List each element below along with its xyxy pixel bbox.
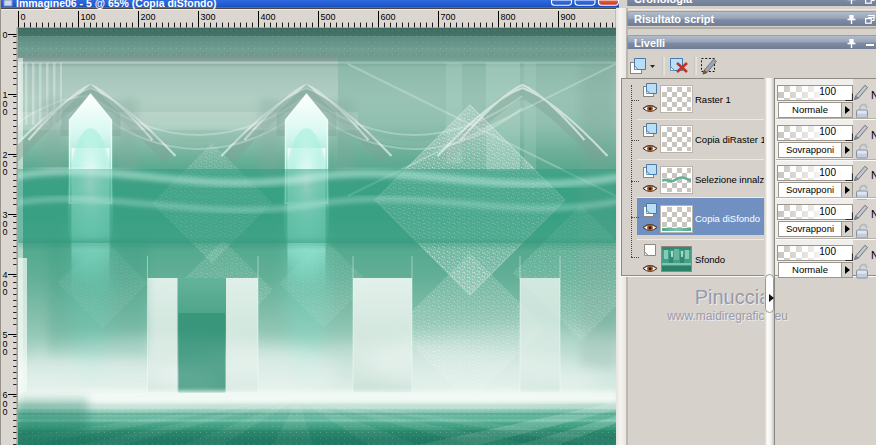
- svg-text:0: 0: [3, 107, 8, 117]
- svg-text:300: 300: [201, 12, 216, 22]
- svg-text:0: 0: [3, 347, 8, 357]
- svg-text:500: 500: [321, 12, 336, 22]
- svg-text:200: 200: [141, 12, 156, 22]
- svg-text:100: 100: [81, 12, 96, 22]
- svg-text:0: 0: [3, 227, 8, 237]
- svg-text:900: 900: [561, 12, 576, 22]
- svg-text:700: 700: [441, 12, 456, 22]
- svg-text:600: 600: [381, 12, 396, 22]
- svg-text:0: 0: [3, 407, 8, 417]
- svg-text:0: 0: [3, 30, 8, 40]
- svg-text:0: 0: [21, 12, 26, 22]
- svg-text:Immagine06 - 5 @ 65% (Copia di: Immagine06 - 5 @ 65% (Copia diSfondo): [16, 0, 216, 9]
- svg-text:800: 800: [501, 12, 516, 22]
- svg-text:0: 0: [3, 287, 8, 297]
- svg-text:400: 400: [261, 12, 276, 22]
- svg-text:0: 0: [3, 167, 8, 177]
